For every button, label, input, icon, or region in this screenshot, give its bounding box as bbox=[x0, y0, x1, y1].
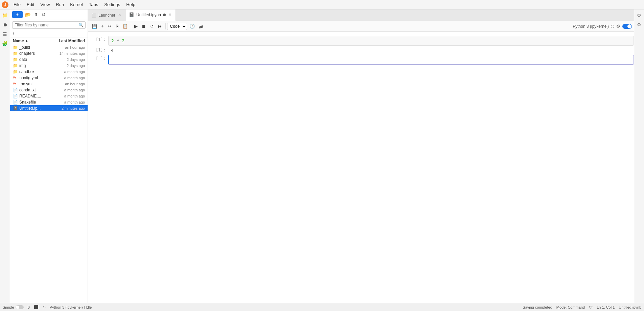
launcher-tab-close[interactable]: ✕ bbox=[117, 13, 122, 18]
menu-file[interactable]: File bbox=[11, 1, 23, 8]
file-modified: a month ago bbox=[51, 70, 85, 74]
file-icon: 📄 bbox=[13, 100, 18, 105]
file-row[interactable]: 📁 _build an hour ago bbox=[10, 44, 88, 50]
launcher-tab-icon: ⬜ bbox=[91, 13, 96, 18]
notebook-tab-icon: 📓 bbox=[129, 12, 134, 17]
add-cell-button[interactable]: + bbox=[99, 23, 106, 30]
running-icon-btn[interactable]: ⏺ bbox=[1, 20, 9, 29]
filename-status: Untitled.ipynb bbox=[619, 305, 641, 309]
tab-launcher[interactable]: ⬜ Launcher ✕ bbox=[88, 9, 125, 21]
file-row-selected[interactable]: 📓 Untitled.ip... 2 minutes ago bbox=[10, 105, 88, 111]
extensions-icon-btn[interactable]: 🧩 bbox=[1, 39, 9, 48]
file-row[interactable]: 📁 sandbox a month ago bbox=[10, 69, 88, 75]
menu-help[interactable]: Help bbox=[123, 1, 138, 8]
cell-1-input[interactable]: 2 * 2 bbox=[108, 36, 634, 46]
menu-tabs[interactable]: Tabs bbox=[86, 1, 101, 8]
cell-1-output: 4 bbox=[108, 46, 634, 54]
settings-right-icon[interactable]: ⚙ bbox=[635, 11, 644, 20]
refresh-button[interactable]: ↺ bbox=[41, 11, 47, 18]
menu-view[interactable]: View bbox=[38, 1, 52, 8]
restart-run-button[interactable]: ⏭ bbox=[156, 23, 164, 30]
file-name: README.... bbox=[19, 94, 41, 98]
file-panel-toolbar: + 📂 ⬆ ↺ bbox=[10, 9, 88, 20]
column-modified-header[interactable]: Last Modified bbox=[51, 39, 85, 43]
menu-edit[interactable]: Edit bbox=[24, 1, 37, 8]
unsaved-dot bbox=[163, 14, 166, 16]
git-button[interactable]: git bbox=[197, 23, 205, 29]
clock-button[interactable]: 🕐 bbox=[188, 23, 197, 30]
open-folder-button[interactable]: 📂 bbox=[24, 11, 32, 18]
file-row[interactable]: 📁 img 2 days ago bbox=[10, 63, 88, 69]
search-input[interactable] bbox=[12, 21, 86, 29]
main-area: 📁 ⏺ ☰ 🧩 + 📂 ⬆ ↺ 🔍 / Name ▲ bbox=[0, 9, 644, 303]
column-name-header[interactable]: Name ▲ bbox=[13, 39, 51, 43]
file-row[interactable]: Y: _toc.yml an hour ago bbox=[10, 81, 88, 87]
tab-notebook[interactable]: 📓 Untitled.ipynb ✕ bbox=[125, 9, 176, 21]
file-name: _config.yml bbox=[17, 75, 38, 80]
file-modified: 2 days ago bbox=[51, 58, 85, 62]
file-modified: an hour ago bbox=[51, 45, 85, 49]
file-row[interactable]: 📁 data 2 days ago bbox=[10, 57, 88, 63]
status-icon-1: ⬛ bbox=[34, 305, 39, 309]
cell-1-output-body: 4 bbox=[108, 46, 634, 54]
upload-button[interactable]: ⬆ bbox=[33, 11, 39, 18]
yaml-icon: Y: bbox=[13, 76, 16, 80]
stop-button[interactable]: ⏹ bbox=[140, 23, 148, 30]
notebook-content: [1]: 2 * 2 [1]: 4 [ ]: bbox=[88, 32, 634, 303]
launcher-tab-label: Launcher bbox=[98, 13, 115, 18]
cut-button[interactable]: ✂ bbox=[106, 23, 113, 30]
kernel-status-text: Python 3 (ipykernel) | Idle bbox=[50, 305, 92, 309]
folder-icon: 📁 bbox=[13, 51, 18, 56]
menu-kernel[interactable]: Kernel bbox=[67, 1, 86, 8]
save-button[interactable]: 💾 bbox=[90, 23, 99, 30]
file-row[interactable]: 📁 chapters 14 minutes ago bbox=[10, 50, 88, 57]
trust-icon: 🛡 bbox=[589, 305, 593, 309]
cell-2-body bbox=[108, 55, 634, 65]
file-name: img bbox=[19, 63, 26, 68]
file-row[interactable]: 📄 README.... a month ago bbox=[10, 93, 88, 99]
toggle-knob bbox=[627, 24, 631, 28]
copy-button[interactable]: ⎘ bbox=[114, 23, 120, 30]
run-button[interactable]: ▶ bbox=[133, 23, 139, 30]
toolbar-divider2 bbox=[165, 23, 166, 29]
status-icon-2: ⊕ bbox=[43, 305, 46, 309]
menubar: J File Edit View Run Kernel Tabs Setting… bbox=[0, 0, 644, 9]
cell-1-prompt: [1]: bbox=[88, 36, 108, 46]
folder-icon: 📁 bbox=[13, 45, 18, 50]
file-row[interactable]: 📄 Snakefile a month ago bbox=[10, 99, 88, 105]
file-list-header: Name ▲ Last Modified bbox=[10, 38, 88, 44]
paste-button[interactable]: 📋 bbox=[121, 23, 130, 30]
property-inspector-icon[interactable]: ⚙ bbox=[635, 20, 644, 29]
notebook-tab-label: Untitled.ipynb bbox=[136, 13, 161, 17]
notebook-tab-close[interactable]: ✕ bbox=[168, 12, 172, 17]
simple-mode-toggle[interactable] bbox=[16, 305, 24, 309]
files-icon-btn[interactable]: 📁 bbox=[1, 11, 9, 20]
code-op: * bbox=[114, 38, 122, 43]
cell-2-input[interactable] bbox=[108, 55, 634, 65]
toolbar-divider bbox=[131, 23, 131, 29]
restart-button[interactable]: ↺ bbox=[148, 23, 156, 30]
readme-icon: 📄 bbox=[13, 94, 18, 98]
file-row[interactable]: Y: _config.yml a month ago bbox=[10, 75, 88, 81]
cell-1: [1]: 2 * 2 bbox=[88, 36, 634, 46]
cell-2: [ ]: bbox=[88, 55, 634, 65]
menu-run[interactable]: Run bbox=[53, 1, 67, 8]
code-num1: 2 bbox=[111, 38, 114, 43]
file-modified: 2 minutes ago bbox=[51, 106, 85, 110]
menu-settings[interactable]: Settings bbox=[101, 1, 123, 8]
file-row[interactable]: 📄 conda.txt a month ago bbox=[10, 87, 88, 93]
kernel-toggle[interactable] bbox=[622, 24, 632, 29]
file-name: sandbox bbox=[19, 69, 34, 74]
cell-type-select[interactable]: Code bbox=[167, 23, 187, 30]
yaml-icon: Y: bbox=[13, 82, 16, 86]
new-button[interactable]: + bbox=[12, 11, 23, 18]
notification-count: 0 bbox=[28, 305, 30, 309]
file-name: _toc.yml bbox=[17, 82, 32, 86]
commands-icon-btn[interactable]: ☰ bbox=[1, 30, 9, 39]
file-modified: a month ago bbox=[51, 76, 85, 80]
file-list: 📁 _build an hour ago 📁 chapters 14 minut… bbox=[10, 44, 88, 303]
file-icon: 📄 bbox=[13, 88, 18, 92]
svg-text:J: J bbox=[4, 2, 6, 7]
status-bar: Simple 0 ⬛ ⊕ Python 3 (ipykernel) | Idle… bbox=[0, 303, 644, 311]
left-icon-bar: 📁 ⏺ ☰ 🧩 bbox=[0, 9, 10, 303]
